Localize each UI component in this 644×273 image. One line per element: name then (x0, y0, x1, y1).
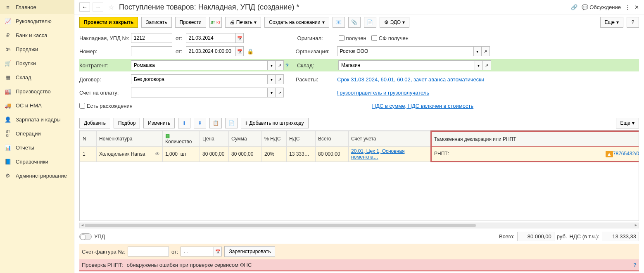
table-more-button[interactable]: Еще ▾ (616, 118, 639, 128)
calendar-icon[interactable]: 📅 (235, 46, 244, 56)
col-qty[interactable]: ▦ Количество (163, 131, 200, 147)
dropdown-icon[interactable]: ▾ (475, 60, 483, 70)
sidebar-item-main[interactable]: ≡Главное (0, 0, 74, 14)
open-icon[interactable]: ↗ (482, 46, 490, 56)
col-price[interactable]: Цена (200, 131, 229, 147)
sidebar-item-production[interactable]: 🏭Производство (0, 84, 74, 98)
contragent-input[interactable] (131, 60, 267, 70)
col-account[interactable]: Счет учета (349, 131, 431, 147)
sidebar-item-admin[interactable]: ⚙Администрирование (0, 169, 74, 183)
sidebar-item-manager[interactable]: 📈Руководителю (0, 14, 74, 28)
star-icon[interactable]: ☆ (108, 3, 114, 11)
gruz-link[interactable]: Грузоотправитель и грузополучатель (337, 90, 429, 96)
nakl-no-input[interactable] (131, 33, 172, 43)
nav-forward-button[interactable]: → (93, 2, 103, 12)
lock-icon[interactable]: 🔒 (247, 48, 254, 55)
date1-input[interactable] (186, 33, 235, 43)
sidebar-item-purchases[interactable]: 🛒Покупки (0, 56, 74, 70)
nav-back-button[interactable]: ← (79, 2, 90, 12)
sidebar-label: Отчеты (16, 145, 34, 151)
more-button[interactable]: Еще ▾ (600, 17, 623, 28)
edo-button[interactable]: ⚙ ЭДО ▾ (380, 17, 410, 28)
help-icon[interactable]: ? (285, 62, 289, 69)
post-close-button[interactable]: Провести и закрыть (79, 17, 138, 28)
col-vat[interactable]: НДС (287, 131, 316, 147)
sf-date-input[interactable] (181, 247, 214, 256)
sidebar-item-warehouse[interactable]: ▦Склад (0, 70, 74, 84)
col-customs[interactable]: Таможенная декларация или РНПТ (431, 131, 639, 147)
cell-customs: РНПТ: 78765432/030324/8976453/990 ▲ (431, 147, 639, 162)
dropdown-icon[interactable]: ▾ (267, 74, 276, 84)
dropdown-icon[interactable]: ▾ (267, 60, 276, 70)
attach-icon-button[interactable]: 📎 (348, 17, 361, 28)
col-vatpct[interactable]: % НДС (262, 131, 287, 147)
open-icon[interactable]: ↗ (276, 88, 284, 97)
doc-icon-button[interactable]: 📄 (364, 17, 376, 28)
sidebar-item-operations[interactable]: ДтКтОперации (0, 126, 74, 140)
raschet-link[interactable]: Срок 31.03.2024, 60.01, 60.02, зачет ава… (337, 76, 484, 83)
col-n[interactable]: N (80, 131, 97, 147)
sf-no-input[interactable] (128, 247, 169, 256)
number-input[interactable] (131, 46, 172, 56)
eye-icon[interactable]: 👁 (155, 151, 160, 157)
org-input[interactable] (337, 46, 473, 56)
sklad-input[interactable] (338, 60, 475, 70)
discuss-button[interactable]: 💬 Обсуждение (582, 4, 621, 10)
help-icon[interactable]: ? (633, 262, 637, 268)
table-row[interactable]: 1 Холодильник Hansa 👁 1,000 шт 80 000,00… (80, 147, 639, 162)
dropdown-icon[interactable]: ▾ (473, 46, 482, 56)
register-button[interactable]: Зарегистрировать (224, 246, 275, 257)
from2-label: от: (176, 48, 183, 55)
close-icon[interactable]: ✕ (634, 4, 639, 10)
truck-icon: 🚚 (4, 102, 12, 109)
link-icon[interactable]: 🔗 (571, 4, 577, 10)
received-checkbox[interactable]: получен (339, 35, 366, 41)
calendar-icon[interactable]: 📅 (214, 247, 222, 256)
sidebar-item-catalogs[interactable]: 📘Справочники (0, 154, 74, 169)
horizontal-scrollbar[interactable] (79, 223, 639, 228)
sidebar-item-assets[interactable]: 🚚ОС и НМА (0, 98, 74, 112)
warning-icon[interactable]: ▲ (606, 151, 613, 157)
discrepancy-checkbox[interactable]: Есть расхождения (79, 103, 133, 109)
calendar-icon[interactable]: 📅 (235, 33, 244, 43)
pick-button[interactable]: Подбор (114, 118, 140, 128)
open-icon[interactable]: ↗ (276, 74, 284, 84)
sidebar-label: Зарплата и кадры (16, 116, 61, 123)
dropdown-icon[interactable]: ▾ (267, 88, 276, 97)
help-button[interactable]: ? (627, 17, 639, 28)
col-nomen[interactable]: Номенклатура (97, 131, 163, 147)
create-based-button[interactable]: Создать на основании ▾ (264, 17, 329, 28)
schet-oplata-input[interactable] (131, 88, 267, 97)
sidebar-item-payroll[interactable]: 👤Зарплата и кадры (0, 112, 74, 126)
add-barcode-button[interactable]: ⦀ Добавить по штрихкоду (241, 118, 308, 128)
more-icon[interactable]: ⋮ (625, 4, 630, 10)
nds-link[interactable]: НДС в сумме, НДС включен в стоимость (372, 103, 473, 109)
copy-button[interactable]: 📋 (209, 118, 222, 128)
upd-toggle[interactable] (79, 233, 92, 240)
col-total[interactable]: Всего (316, 131, 349, 147)
date2-input[interactable] (186, 46, 235, 56)
sf-received-label: СФ получен (379, 35, 409, 41)
post-button[interactable]: Провести (175, 17, 206, 28)
open-icon[interactable]: ↗ (483, 60, 491, 70)
sidebar-item-bank[interactable]: ₽Банк и касса (0, 28, 74, 42)
col-sum[interactable]: Сумма (229, 131, 262, 147)
print-button[interactable]: 🖨 Печать ▾ (225, 17, 261, 28)
dogovor-input[interactable] (131, 74, 267, 84)
move-up-button[interactable]: ⬆ (178, 118, 190, 128)
sf-received-checkbox[interactable]: СФ получен (371, 35, 409, 41)
rnpt-link[interactable]: 78765432/030324/8976453/990 (613, 151, 639, 157)
move-down-button[interactable]: ⬇ (194, 118, 206, 128)
save-button[interactable]: Записать (141, 17, 171, 28)
account-link[interactable]: 20.01, Цех 1, Основная номенкла… (351, 148, 404, 160)
open-icon[interactable]: ↗ (276, 60, 284, 70)
sidebar-item-sales[interactable]: 🛍Продажи (0, 42, 74, 56)
cell-total: 80 000,00 (316, 147, 349, 162)
paste-button[interactable]: 📄 (225, 118, 238, 128)
edit-button[interactable]: Изменить (143, 118, 175, 128)
dtkt-icon-button[interactable]: ДтКт (209, 17, 222, 28)
edo-label: ЭДО (390, 19, 401, 25)
envelope-icon-button[interactable]: 📧 (333, 17, 345, 28)
sidebar-item-reports[interactable]: 📊Отчеты (0, 140, 74, 154)
add-row-button[interactable]: Добавить (79, 118, 110, 128)
